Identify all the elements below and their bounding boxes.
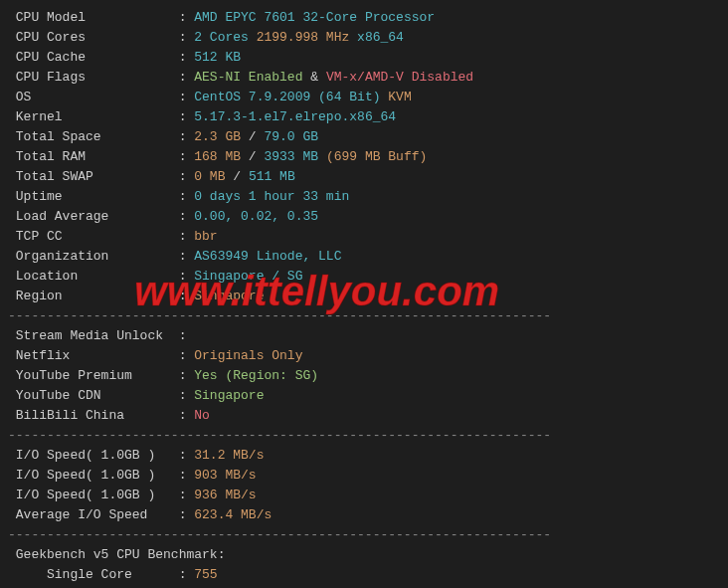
info-row: CPU Model : AMD EPYC 7601 32-Core Proces… [8,8,720,28]
row-label: BiliBili China [8,408,179,423]
row-label: I/O Speed( 1.0GB ) [8,488,179,502]
row-value: 79.0 GB [264,129,318,144]
info-row: Average I/O Speed : 623.4 MB/s [8,505,720,525]
info-row: Netflix : Originals Only [8,346,720,366]
info-row: Total RAM : 168 MB / 3933 MB (699 MB Buf… [8,147,720,167]
info-row: I/O Speed( 1.0GB ) : 903 MB/s [8,466,720,486]
info-row: Single Core : 755 [8,565,720,585]
row-value: 903 MB/s [194,468,256,483]
row-value: 623.4 MB/s [194,507,272,522]
row-value: 512 KB [194,50,241,65]
row-label: Total RAM [8,149,179,164]
row-value: / [241,149,264,164]
info-row: YouTube CDN : Singapore [8,386,720,406]
section-header: Geekbench v5 CPU Benchmark: [8,545,720,565]
row-value: KVM [380,90,411,104]
info-row: Organization : AS63949 Linode, LLC [8,247,720,267]
row-value: 0 MB [194,169,225,184]
row-label: CPU Model [8,10,179,25]
row-value: 2199.998 MHz [249,30,349,45]
row-value: 168 MB [194,149,241,164]
row-label: Uptime [8,189,179,204]
row-value: 936 MB/s [194,488,256,502]
info-row: CPU Cache : 512 KB [8,48,720,68]
row-label: I/O Speed( 1.0GB ) [8,448,179,463]
row-label: Region [8,289,179,303]
row-label: I/O Speed( 1.0GB ) [8,468,179,483]
row-value: 3933 MB [264,149,318,164]
row-label: YouTube CDN [8,388,179,403]
info-row: I/O Speed( 1.0GB ) : 936 MB/s [8,486,720,505]
terminal-output: CPU Model : AMD EPYC 7601 32-Core Proces… [8,8,720,588]
row-label: Total Space [8,129,179,144]
row-value: (699 MB Buff) [318,149,427,164]
row-label: Location [8,269,179,284]
info-row: Location : Singapore / SG [8,267,720,287]
row-label: CPU Cores [8,30,179,45]
info-row: CPU Cores : 2 Cores 2199.998 MHz x86_64 [8,28,720,48]
info-row: Total Space : 2.3 GB / 79.0 GB [8,127,720,147]
row-value: 0.00, 0.02, 0.35 [194,209,318,224]
divider: ----------------------------------------… [8,426,720,446]
info-row: I/O Speed( 1.0GB ) : 31.2 MB/s [8,446,720,466]
row-label: Organization [8,249,179,264]
row-value: Singapore [194,388,264,403]
row-value: 2.3 GB [194,129,241,144]
info-row: BiliBili China : No [8,406,720,426]
row-label: Kernel [8,109,179,124]
section-header: Stream Media Unlock : [8,326,720,346]
row-label: Total SWAP [8,169,179,184]
row-label: OS [8,90,179,104]
row-value: 31.2 MB/s [194,448,264,463]
info-row: Kernel : 5.17.3-1.el7.elrepo.x86_64 [8,107,720,127]
divider: ----------------------------------------… [8,525,720,545]
row-value: Yes (Region: SG) [194,368,318,383]
info-row: TCP CC : bbr [8,227,720,247]
row-value: No [194,408,210,423]
row-value: Singapore / SG [194,269,302,284]
info-row: Load Average : 0.00, 0.02, 0.35 [8,207,720,227]
row-value: AMD EPYC 7601 32-Core Processor [194,10,435,25]
row-value: / [225,169,248,184]
row-value: AES-NI Enabled [194,70,302,85]
row-label: TCP CC [8,229,179,244]
row-value: 5.17.3-1.el7.elrepo.x86_64 [194,109,396,124]
info-row: OS : CentOS 7.9.2009 (64 Bit) KVM [8,88,720,107]
row-label: CPU Cache [8,50,179,65]
row-value: x86_64 [349,30,404,45]
row-value: VM-x/AMD-V Disabled [326,70,473,85]
row-value: bbr [194,229,217,244]
row-label: Average I/O Speed [8,507,179,522]
row-value: AS63949 Linode, LLC [194,249,341,264]
row-value: / [241,129,264,144]
row-value: 511 MB [249,169,295,184]
row-value: Singapore [194,289,264,303]
row-value: 2 Cores [194,30,249,45]
info-row: Total SWAP : 0 MB / 511 MB [8,167,720,187]
row-label: CPU Flags [8,70,179,85]
info-row: CPU Flags : AES-NI Enabled & VM-x/AMD-V … [8,68,720,88]
row-value: 0 days 1 hour 33 min [194,189,349,204]
row-value: & [302,70,325,85]
info-row: Region : Singapore [8,287,720,306]
info-row: YouTube Premium : Yes (Region: SG) [8,366,720,386]
info-row: Uptime : 0 days 1 hour 33 min [8,187,720,207]
row-label: YouTube Premium [8,368,179,383]
row-value: CentOS 7.9.2009 (64 Bit) [194,90,380,104]
row-label: Load Average [8,209,179,224]
row-label: Netflix [8,348,179,363]
row-value: Originals Only [194,348,302,363]
divider: ----------------------------------------… [8,306,720,326]
